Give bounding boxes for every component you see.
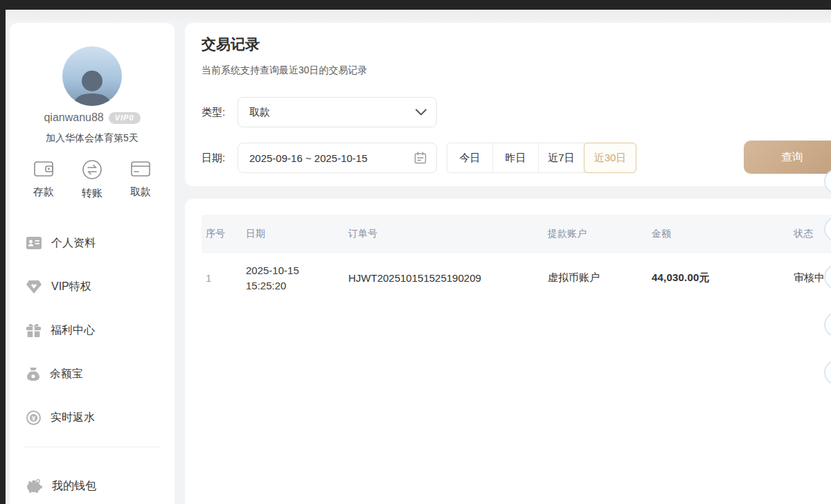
col-header-order: 订单号 [348,215,548,253]
type-select[interactable]: 取款 [238,97,437,127]
gift-icon [26,323,41,337]
sidebar-item-vip-label: VIP特权 [51,280,91,294]
date-range-value: 2025-09-16 ~ 2025-10-15 [249,152,414,164]
calendar-icon [414,152,427,164]
money-bag-icon [26,367,40,381]
join-days-text: 加入华体会体育第5天 [10,132,175,145]
transfer-icon [81,159,103,181]
avatar-person-icon [68,66,116,106]
date-range-input[interactable]: 2025-09-16 ~ 2025-10-15 [238,143,437,173]
deposit-label: 存款 [33,186,54,199]
range-yesterday-button[interactable]: 昨日 [493,143,539,172]
sidebar-item-wallet[interactable]: 我的钱包 [26,474,158,498]
sidebar-item-welfare[interactable]: 福利中心 [26,318,158,343]
vip-level-badge: VIP0 [109,112,141,124]
page-title: 交易记录 [202,35,831,54]
row-index: 1 [202,253,246,303]
withdraw-label: 取款 [130,186,151,199]
quick-actions: 存款 转账 取款 [22,159,162,200]
piggy-bank-icon [26,479,42,493]
bank-card-icon [129,159,152,179]
sidebar-divider [24,447,161,447]
col-header-date: 日期 [246,215,348,253]
date-filter-label: 日期: [202,152,238,165]
transfer-button[interactable]: 转账 [71,159,114,200]
rebate-coin-icon [26,411,41,425]
table-header-row: 序号 日期 订单号 提款账户 金额 状态 [202,215,831,253]
col-header-index: 序号 [202,215,246,253]
row-account: 虚拟币账户 [548,253,652,303]
type-select-value: 取款 [249,106,416,119]
row-order-number: HJWT202510151525190209 [348,253,548,303]
table-row: 1 2025-10-15 15:25:20 HJWT20251015152519… [202,253,831,303]
window-top-edge [0,0,831,10]
row-amount: 44,030.00元 [652,253,794,303]
sidebar-item-profile-label: 个人资料 [51,236,96,251]
col-header-amount: 金额 [652,215,794,253]
transaction-filter-panel: 交易记录 当前系统支持查询最近30日的交易记录 类型: 取款 日期: 2025-… [185,23,831,186]
range-today-button[interactable]: 今日 [447,143,493,172]
query-button[interactable]: 查询 [744,141,831,174]
col-header-account: 提款账户 [548,215,652,253]
range-7days-button[interactable]: 近7日 [539,143,584,172]
transaction-table-panel: 序号 日期 订单号 提款账户 金额 状态 1 2025-10-15 15:25:… [185,199,831,504]
sidebar-item-profile[interactable]: 个人资料 [26,231,158,255]
id-card-icon [26,237,42,249]
range-30days-button[interactable]: 近30日 [584,143,636,173]
transfer-label: 转账 [82,187,102,200]
profile-sidebar: qianwanu88 VIP0 加入华体会体育第5天 存款 转账 [10,23,175,504]
deposit-button[interactable]: 存款 [22,159,65,200]
sidebar-item-rebate[interactable]: 实时返水 [26,405,158,430]
sidebar-menu: 个人资料 VIP特权 福利中心 余额宝 [26,231,158,449]
page-subtitle: 当前系统支持查询最近30日的交易记录 [202,64,831,77]
vip-gem-icon [26,280,42,294]
sidebar-item-wallet-label: 我的钱包 [52,479,96,494]
quick-range-group: 今日 昨日 近7日 近30日 [447,143,636,173]
user-avatar[interactable] [62,46,122,106]
wallet-icon [33,159,55,179]
window-left-edge [0,0,6,504]
chevron-down-icon [416,109,427,116]
sidebar-item-yuebao[interactable]: 余额宝 [26,361,158,386]
username: qianwanu88 [44,111,103,124]
withdraw-button[interactable]: 取款 [119,159,162,200]
sidebar-item-vip[interactable]: VIP特权 [26,274,158,299]
sidebar-item-yuebao-label: 余额宝 [50,367,83,381]
sidebar-item-rebate-label: 实时返水 [51,411,95,425]
page-top-background [6,10,831,23]
row-date: 2025-10-15 [246,263,299,278]
sidebar-item-welfare-label: 福利中心 [51,323,95,338]
row-time: 15:25:20 [246,278,299,294]
type-filter-label: 类型: [202,106,238,119]
